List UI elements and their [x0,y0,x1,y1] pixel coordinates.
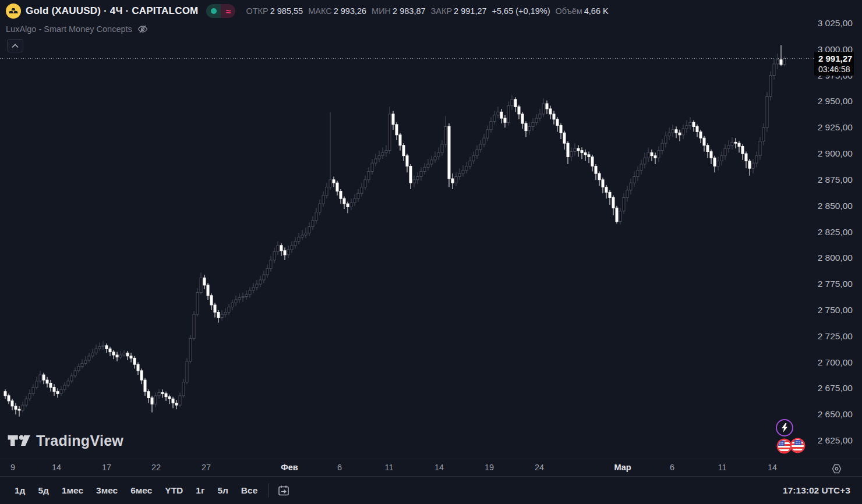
candle [486,126,489,141]
us-flag-icon[interactable] [776,438,792,454]
candle [427,159,429,171]
candle [686,120,688,133]
open-value: 2 985,55 [270,6,303,16]
time-axis-label: 6 [337,463,342,472]
go-to-date-button[interactable] [275,482,292,499]
time-axis-label: 27 [202,463,211,472]
candle [395,122,398,140]
candle [270,256,272,272]
candle [402,143,405,161]
candle [63,382,66,392]
range-button-все[interactable]: Все [236,482,263,499]
range-button-1г[interactable]: 1г [190,482,210,499]
price-axis-label: 2 775,00 [818,279,853,289]
candle [497,107,499,118]
range-button-5д[interactable]: 5д [33,482,54,499]
candle [776,54,779,69]
time-axis[interactable]: 914172227Фев611141924Мар61114 [0,459,862,476]
instant-trading-button[interactable] [776,419,793,436]
time-axis-label: 11 [718,463,726,472]
candle [266,264,269,278]
candle [15,403,17,414]
candle [476,145,478,159]
candle [36,377,38,390]
range-button-1д[interactable]: 1д [9,482,30,499]
candle [186,358,188,384]
candle [50,380,52,392]
candle [224,308,227,317]
candle [588,151,590,163]
candle [319,200,321,215]
candle [759,137,761,159]
range-button-1мес[interactable]: 1мес [56,482,89,499]
candle [469,157,471,169]
candle [67,378,69,387]
price-axis-label: 2 825,00 [818,227,853,237]
candle [731,137,733,150]
market-status-pill[interactable]: ≈ [206,4,235,18]
candle [312,216,314,230]
price-axis-label: 2 750,00 [818,305,853,315]
candle [368,167,370,183]
candle [109,347,111,356]
candle [95,345,97,355]
range-button-6мес[interactable]: 6мес [125,482,157,499]
current-price-label: 2 991,27 03:46:58 [814,52,854,76]
price-axis-label: 2 725,00 [818,331,853,341]
candle [123,350,125,357]
collapse-panel-button[interactable] [7,39,23,52]
candle [609,190,611,205]
range-button-5л[interactable]: 5л [212,482,233,499]
candle [584,150,587,161]
candle [689,117,691,130]
time-axis-label: 14 [52,463,61,472]
symbol-title[interactable]: Gold (XAUUSD) · 4Ч · CAPITALCOM [26,5,198,17]
candle [623,193,625,214]
indicator-row[interactable]: LuxAlgo - Smart Money Concepts [6,23,149,35]
candle [165,392,167,401]
date-range-buttons: 1д5д1мес3мес6месYTD1г5лВсе [9,482,263,499]
session-clock[interactable]: 17:13:02 UTC+3 [783,485,850,496]
candle [221,310,223,321]
candle [294,237,296,249]
price-axis-label: 2 900,00 [818,148,853,158]
price-axis-label: 2 650,00 [818,409,853,419]
candle [535,114,538,126]
candle [434,151,436,163]
candle [315,208,317,223]
candle [305,228,307,238]
range-button-3мес[interactable]: 3мес [91,482,123,499]
time-axis-label: 14 [768,463,777,472]
candle [577,145,580,157]
candle [745,151,747,168]
candle [591,155,593,172]
candle [256,280,258,290]
indicator-name[interactable]: LuxAlgo - Smart Money Concepts [6,24,132,34]
candle [11,399,13,410]
candle [710,150,712,164]
candle [752,159,754,173]
gold-symbol-icon [6,3,21,19]
chart-header: Gold (XAUUSD) · 4Ч · CAPITALCOM ≈ ОТКР2 … [6,3,609,19]
candle [25,396,27,407]
candle [675,126,677,138]
tradingview-watermark[interactable]: TradingView [7,432,123,449]
candle [416,172,419,184]
candle [147,389,150,403]
candle [91,349,94,358]
candle [448,123,450,187]
candle [612,196,614,215]
eye-off-icon[interactable] [137,23,149,35]
us-flag-icon[interactable] [790,438,806,453]
time-axis-label: 19 [485,463,494,472]
range-button-ytd[interactable]: YTD [160,482,188,499]
scale-settings-button[interactable] [829,462,843,475]
candle [102,342,104,350]
candle [605,185,607,198]
candle [748,159,751,176]
candle [175,400,178,409]
candlestick-chart[interactable]: 3 025,003 000,002 975,002 950,002 925,00… [0,0,862,459]
candle [193,311,195,340]
candle [140,368,143,384]
price-axis-label: 2 925,00 [818,122,853,132]
